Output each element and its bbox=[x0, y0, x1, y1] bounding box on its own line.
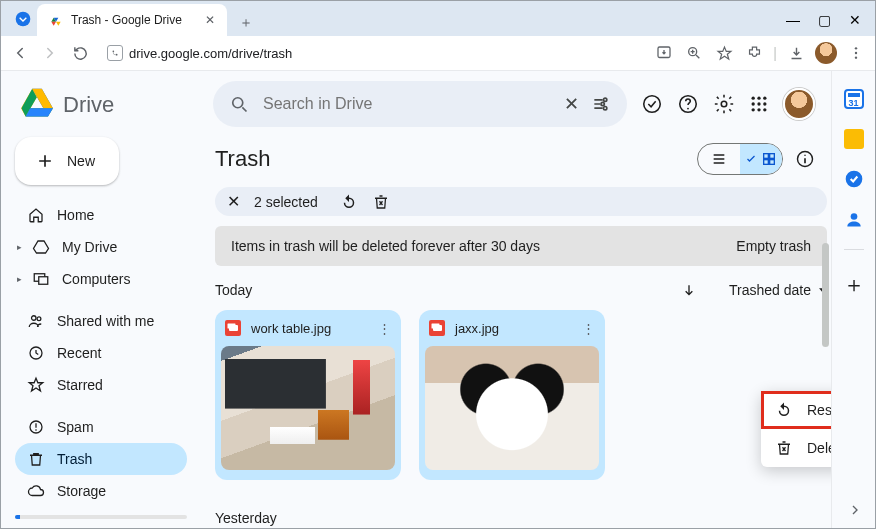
restore-icon[interactable] bbox=[340, 193, 358, 211]
svg-rect-33 bbox=[764, 160, 769, 165]
sort-direction-icon[interactable] bbox=[681, 282, 697, 298]
file-card[interactable]: work table.jpg ⋮ bbox=[215, 310, 401, 480]
computers-icon bbox=[32, 270, 50, 288]
sidebar-item-spam[interactable]: Spam bbox=[15, 411, 187, 443]
add-app-icon[interactable]: ＋ bbox=[843, 270, 865, 300]
sidebar-item-computers[interactable]: Computers bbox=[15, 263, 187, 295]
nav-forward-icon[interactable] bbox=[39, 42, 61, 64]
main-content: ✕ Trash ✕ 2 selected bbox=[201, 71, 875, 528]
bookmark-star-icon[interactable] bbox=[713, 42, 735, 64]
file-name: work table.jpg bbox=[251, 321, 331, 336]
browser-tab[interactable]: Trash - Google Drive ✕ bbox=[37, 4, 227, 36]
sidebar-item-home[interactable]: Home bbox=[15, 199, 187, 231]
sidebar-item-label: Trash bbox=[57, 451, 92, 467]
downloads-icon[interactable] bbox=[785, 42, 807, 64]
sidebar-item-storage[interactable]: Storage bbox=[15, 475, 187, 507]
file-menu-icon[interactable]: ⋮ bbox=[378, 321, 391, 336]
address-bar: drive.google.com/drive/trash | bbox=[1, 36, 875, 71]
search-input[interactable] bbox=[261, 94, 552, 114]
view-toggle[interactable] bbox=[697, 143, 783, 175]
drive-icon bbox=[32, 238, 50, 256]
info-icon[interactable] bbox=[795, 149, 815, 169]
search-box[interactable]: ✕ bbox=[213, 81, 627, 127]
account-avatar[interactable] bbox=[783, 88, 815, 120]
page-title: Trash bbox=[215, 146, 685, 172]
contacts-app-icon[interactable] bbox=[844, 209, 864, 229]
install-app-icon[interactable] bbox=[653, 42, 675, 64]
sidebar-item-label: Home bbox=[57, 207, 94, 223]
sidebar-item-trash[interactable]: Trash bbox=[15, 443, 187, 475]
home-icon bbox=[27, 206, 45, 224]
sidebar-item-recent[interactable]: Recent bbox=[15, 337, 187, 369]
svg-point-22 bbox=[752, 97, 755, 100]
sidebar-item-label: Recent bbox=[57, 345, 101, 361]
calendar-app-icon[interactable]: 31 bbox=[844, 89, 864, 109]
tab-drop-icon[interactable] bbox=[9, 11, 37, 27]
clear-search-icon[interactable]: ✕ bbox=[564, 93, 579, 115]
drive-logo-icon bbox=[19, 87, 55, 123]
clear-selection-icon[interactable]: ✕ bbox=[227, 192, 240, 211]
window-close-icon[interactable]: ✕ bbox=[849, 12, 861, 28]
sidebar-item-label: Computers bbox=[62, 271, 130, 287]
sidebar-item-shared[interactable]: Shared with me bbox=[15, 305, 187, 337]
file-thumbnail bbox=[425, 346, 599, 470]
delete-forever-icon[interactable] bbox=[372, 193, 390, 211]
delete-forever-icon bbox=[775, 439, 793, 457]
sidebar: Drive New Home My Drive Computers Shared… bbox=[1, 71, 201, 528]
svg-point-15 bbox=[604, 98, 607, 101]
window-minimize-icon[interactable]: — bbox=[786, 12, 800, 28]
window-maximize-icon[interactable]: ▢ bbox=[818, 12, 831, 28]
sidebar-item-starred[interactable]: Starred bbox=[15, 369, 187, 401]
offline-ready-icon[interactable] bbox=[641, 93, 663, 115]
site-info-icon[interactable] bbox=[107, 45, 123, 61]
svg-point-27 bbox=[763, 102, 766, 105]
new-tab-button[interactable]: ＋ bbox=[235, 10, 257, 36]
tab-close-icon[interactable]: ✕ bbox=[205, 13, 215, 27]
drive-favicon-icon bbox=[49, 13, 63, 27]
menu-separator: | bbox=[773, 45, 777, 61]
clock-icon bbox=[27, 344, 45, 362]
list-view-button[interactable] bbox=[698, 144, 740, 174]
grid-view-button[interactable] bbox=[740, 144, 782, 174]
extensions-icon[interactable] bbox=[743, 42, 765, 64]
empty-trash-button[interactable]: Empty trash bbox=[736, 238, 811, 254]
nav-back-icon[interactable] bbox=[9, 42, 31, 64]
drive-logo[interactable]: Drive bbox=[15, 79, 187, 137]
star-icon bbox=[27, 376, 45, 394]
profile-icon[interactable] bbox=[815, 42, 837, 64]
new-button[interactable]: New bbox=[15, 137, 119, 185]
url-text: drive.google.com/drive/trash bbox=[129, 46, 292, 61]
svg-point-23 bbox=[757, 97, 760, 100]
svg-point-14 bbox=[233, 98, 243, 108]
apps-grid-icon[interactable] bbox=[749, 94, 769, 114]
section-yesterday: Yesterday bbox=[215, 510, 277, 526]
file-card[interactable]: jaxx.jpg ⋮ bbox=[419, 310, 605, 480]
scrollbar-thumb[interactable] bbox=[822, 243, 829, 347]
svg-point-0 bbox=[16, 11, 31, 26]
svg-point-11 bbox=[37, 317, 41, 321]
svg-rect-32 bbox=[770, 154, 775, 159]
svg-point-16 bbox=[601, 102, 604, 105]
browser-menu-icon[interactable] bbox=[845, 42, 867, 64]
sort-label[interactable]: Trashed date bbox=[729, 282, 811, 298]
storage-text: 392.2 MB of 15 GB used bbox=[15, 527, 187, 528]
svg-point-10 bbox=[32, 316, 37, 321]
help-icon[interactable] bbox=[677, 93, 699, 115]
search-filter-icon[interactable] bbox=[591, 94, 611, 114]
svg-rect-9 bbox=[39, 277, 48, 285]
trash-icon bbox=[27, 450, 45, 468]
svg-point-30 bbox=[763, 108, 766, 111]
zoom-icon[interactable] bbox=[683, 42, 705, 64]
svg-point-28 bbox=[752, 108, 755, 111]
tasks-app-icon[interactable] bbox=[844, 169, 864, 189]
settings-gear-icon[interactable] bbox=[713, 93, 735, 115]
sidebar-item-label: Spam bbox=[57, 419, 94, 435]
nav-reload-icon[interactable] bbox=[69, 42, 91, 64]
url-field[interactable]: drive.google.com/drive/trash bbox=[99, 41, 645, 65]
svg-rect-31 bbox=[764, 154, 769, 159]
logo-text: Drive bbox=[63, 92, 114, 118]
collapse-panel-icon[interactable] bbox=[847, 502, 863, 518]
file-menu-icon[interactable]: ⋮ bbox=[582, 321, 595, 336]
keep-app-icon[interactable] bbox=[844, 129, 864, 149]
sidebar-item-mydrive[interactable]: My Drive bbox=[15, 231, 187, 263]
